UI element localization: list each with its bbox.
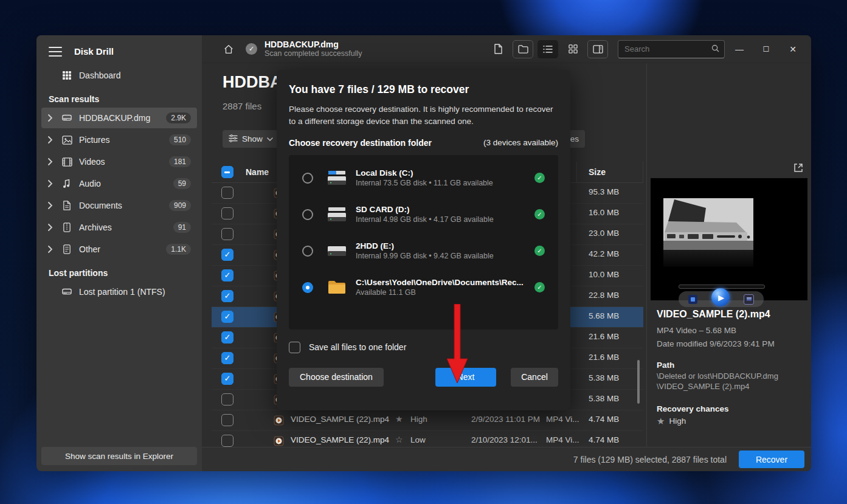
next-button[interactable]: Next	[435, 368, 496, 387]
size-column-header[interactable]: Size	[589, 167, 606, 177]
sidebar-item[interactable]: Videos 181	[41, 151, 197, 172]
scan-session-info: HDDBACKUP.dmg Scan completed successfull…	[264, 40, 362, 58]
destination-name: SD CARD (D:)	[356, 204, 534, 215]
row-checkbox[interactable]	[221, 187, 233, 199]
show-filter-label: Show	[242, 134, 263, 143]
video-file-icon	[274, 415, 284, 427]
preview-panel-icon[interactable]	[587, 40, 608, 58]
drive-icon	[61, 286, 73, 297]
chevron-right-icon[interactable]	[47, 114, 56, 122]
home-icon[interactable]	[223, 43, 235, 55]
scan-title: HDDBACKUP.dmg	[264, 40, 362, 49]
stop-button[interactable]	[688, 295, 697, 304]
path-line-2: \VIDEO_SAMPLE (2).mp4	[657, 382, 803, 392]
save-one-folder-label: Save all files to one folder	[309, 342, 406, 352]
choose-destination-button[interactable]: Choose destination	[289, 368, 384, 387]
file-size: 23.0 MB	[589, 229, 619, 238]
app-title: Disk Drill	[74, 46, 114, 57]
chevron-right-icon[interactable]	[47, 180, 56, 187]
row-checkbox[interactable]	[221, 290, 233, 302]
available-check-icon: ✓	[534, 209, 545, 219]
chevron-right-icon[interactable]	[47, 224, 56, 231]
row-checkbox[interactable]	[221, 311, 233, 323]
category-icon	[61, 179, 73, 188]
files-summary: 2887 files	[223, 101, 261, 111]
video-file-icon	[274, 436, 284, 448]
minimize-button[interactable]: —	[727, 39, 752, 60]
chevron-right-icon[interactable]	[47, 158, 56, 165]
scan-status: Scan completed successfully	[264, 49, 362, 58]
open-external-icon[interactable]	[793, 162, 804, 173]
close-button[interactable]: ✕	[781, 39, 805, 60]
sidebar-item-label: Pictures	[79, 135, 169, 145]
row-checkbox[interactable]	[221, 207, 233, 219]
rating-label: Low	[410, 435, 426, 444]
search-input[interactable]	[623, 44, 711, 54]
chevron-right-icon[interactable]	[47, 202, 56, 209]
play-button[interactable]: ▶	[711, 288, 730, 306]
sidebar-item-label: Archives	[79, 223, 173, 232]
chevron-right-icon[interactable]	[47, 136, 56, 143]
maximize-button[interactable]: ☐	[754, 39, 778, 60]
destination-option[interactable]: 2HDD (E:) Internal 9.99 GB disk • 9.42 G…	[289, 233, 558, 269]
sidebar-item[interactable]: HDDBACKUP.dmg 2.9K	[41, 108, 197, 128]
sidebar-item[interactable]: Pictures 510	[41, 129, 197, 150]
hamburger-menu-icon[interactable]	[49, 47, 62, 57]
sidebar-item-dashboard[interactable]: Dashboard	[41, 65, 197, 86]
file-size: 4.74 MB	[589, 435, 619, 444]
chevron-right-icon[interactable]	[47, 246, 56, 253]
row-checkbox[interactable]	[221, 249, 233, 261]
row-checkbox[interactable]	[221, 414, 233, 426]
destination-info: Internal 73.5 GB disk • 11.1 GB availabl…	[356, 178, 534, 188]
table-row[interactable]: VIDEO_SAMPLE (22).mp4 ★ High 2/9/2023 11…	[212, 410, 643, 431]
preview-date-modified: Date modified 9/6/2023 9:41 PM	[657, 339, 803, 348]
row-checkbox[interactable]	[221, 435, 233, 447]
destination-option[interactable]: Local Disk (C:) Internal 73.5 GB disk • …	[289, 160, 558, 196]
recovery-chances-label: Recovery chances	[657, 404, 803, 413]
destination-radio[interactable]	[302, 173, 313, 184]
save-one-folder-checkbox[interactable]	[289, 342, 300, 353]
destination-icon	[327, 205, 347, 224]
row-checkbox[interactable]	[221, 228, 233, 240]
file-size: 42.2 MB	[589, 249, 619, 258]
row-checkbox[interactable]	[221, 352, 233, 364]
list-view-icon[interactable]	[538, 40, 558, 58]
destination-radio[interactable]	[302, 246, 313, 257]
name-column-header[interactable]: Name	[246, 167, 269, 177]
destination-radio[interactable]	[302, 209, 313, 220]
recover-button[interactable]: Recover	[739, 450, 804, 468]
cancel-button[interactable]: Cancel	[511, 368, 558, 387]
show-in-explorer-button[interactable]: Show scan results in Explorer	[41, 447, 197, 465]
count-badge: 909	[169, 200, 191, 211]
sidebar-item-lost-partition[interactable]: Lost partition 1 (NTFS)	[41, 281, 197, 302]
destination-info: Internal 9.99 GB disk • 9.42 GB availabl…	[356, 251, 534, 261]
destination-radio[interactable]	[302, 282, 313, 293]
new-file-icon[interactable]	[488, 40, 508, 58]
row-checkbox[interactable]	[221, 393, 233, 406]
destination-option[interactable]: C:\Users\Yodel\OneDrive\Documents\Rec...…	[289, 269, 558, 306]
row-checkbox[interactable]	[221, 373, 233, 385]
sidebar-item[interactable]: Archives 91	[41, 217, 197, 238]
dashboard-grid-icon	[61, 71, 73, 80]
search-box[interactable]	[618, 40, 725, 58]
destination-option[interactable]: SD CARD (D:) Internal 4.98 GB disk • 4.1…	[289, 196, 558, 233]
sidebar-item[interactable]: Other 1.1K	[41, 239, 197, 260]
open-folder-icon[interactable]	[513, 40, 533, 58]
file-size: 21.6 MB	[589, 332, 619, 341]
video-preview: ▶	[651, 178, 807, 300]
recovery-chances-value: High	[669, 416, 686, 426]
sidebar-item[interactable]: Documents 909	[41, 195, 197, 216]
file-name: VIDEO_SAMPLE (22).mp4	[291, 415, 389, 424]
row-checkbox[interactable]	[221, 269, 233, 281]
preview-filename: VIDEO_SAMPLE (2).mp4	[657, 309, 803, 320]
frame-capture-button[interactable]	[744, 294, 754, 305]
table-scrollbar[interactable]	[637, 360, 640, 404]
select-all-checkbox[interactable]	[221, 166, 233, 178]
grid-view-icon[interactable]	[562, 40, 583, 58]
app-window: Disk Drill Dashboard Scan results HDDBAC…	[36, 35, 811, 471]
sidebar-item-label: Dashboard	[79, 71, 191, 80]
sidebar-item[interactable]: Audio 59	[41, 173, 197, 194]
dialog-description: Please choose recovery destination. It i…	[289, 103, 558, 128]
show-filter-dropdown[interactable]: Show	[223, 130, 279, 148]
row-checkbox[interactable]	[221, 331, 233, 343]
